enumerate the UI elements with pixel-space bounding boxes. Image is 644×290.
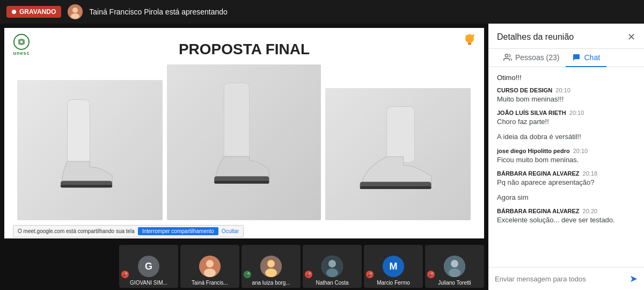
svg-rect-6 xyxy=(468,44,471,45)
video-thumb-juliano: 🎤 Juliano Toretti xyxy=(425,245,484,288)
chat-sender-0: CURSO DE DESIGN 20:10 xyxy=(497,87,635,93)
video-thumb-ana: 🎤 ana luiza borg... xyxy=(241,245,301,288)
svg-point-30 xyxy=(451,260,458,267)
chat-msg-4: BÁRBARA REGINA ALVAREZ 20:18 Pq não apar… xyxy=(497,170,635,187)
svg-point-21 xyxy=(206,260,214,267)
giovani-initial: G xyxy=(138,256,159,277)
recording-badge: GRAVANDO xyxy=(6,6,61,18)
boot-svg-left xyxy=(32,94,148,206)
tab-chat-label: Chat xyxy=(584,53,600,62)
chat-msg-6: BÁRBARA REGINA ALVAREZ 20:20 Excelente s… xyxy=(497,208,635,225)
svg-rect-14 xyxy=(224,83,250,162)
dismiss-button[interactable]: Ocultar xyxy=(222,228,239,234)
chat-msg-1: JOÃO LUÍS SILVA RIETH 20:10 Choro faz pa… xyxy=(497,110,635,127)
recording-dot xyxy=(12,10,16,14)
slide-lightbulb-icon xyxy=(464,33,475,49)
tab-chat[interactable]: Chat xyxy=(566,49,606,67)
nathan-avatar xyxy=(321,256,343,277)
video-row-2: 🎤 ana luiza borg... 🎤 Nathan Costa xyxy=(241,245,362,288)
chat-text-3: Ficou muito bom meninas. xyxy=(497,155,635,165)
chat-msg-3: jose diego Hipolitto pedro 20:10 Ficou m… xyxy=(497,148,635,165)
svg-rect-19 xyxy=(360,186,431,189)
chat-msg-5: Agora sim xyxy=(497,193,635,202)
chat-icon xyxy=(572,53,581,62)
slide-container: unesc PROPOSTA FINAL xyxy=(4,28,484,238)
chat-text-2: A ideia da dobra é versátil!! xyxy=(497,132,635,142)
chat-sender-1: JOÃO LUÍS SILVA RIETH 20:10 xyxy=(497,110,635,116)
unesc-logo-icon xyxy=(13,33,30,50)
chat-input[interactable] xyxy=(495,275,625,283)
chat-text-1: Choro faz parte!! xyxy=(497,117,635,127)
giovani-name: GIOVANI SIM... xyxy=(119,280,178,286)
video-thumb-nathan: 🎤 Nathan Costa xyxy=(303,245,362,288)
juliano-avatar xyxy=(444,256,465,277)
panel-tabs: Pessoas (23) Chat xyxy=(488,49,644,67)
video-row-1: G 🎤 GIOVANI SIM... Tainá Francis... xyxy=(119,245,239,288)
boot-image-center xyxy=(167,64,321,220)
boot-svg-right xyxy=(340,101,456,207)
tab-people[interactable]: Pessoas (23) xyxy=(497,49,566,67)
marcio-mic-icon: 🎤 xyxy=(366,271,374,278)
chat-input-area: ➤ xyxy=(488,267,644,290)
share-bar: O meet.google.com está compartilhando su… xyxy=(13,225,244,237)
svg-point-1 xyxy=(72,8,78,13)
chat-text-0: Muito bom meninas!!! xyxy=(497,95,635,104)
svg-point-27 xyxy=(328,260,336,267)
nathan-mic-icon: 🎤 xyxy=(305,271,312,278)
slide-logo: unesc xyxy=(13,33,30,56)
svg-point-32 xyxy=(505,54,508,57)
svg-line-9 xyxy=(466,35,467,36)
chat-sender-6: BÁRBARA REGINA ALVAREZ 20:20 xyxy=(497,208,635,214)
chat-msg-0: CURSO DE DESIGN 20:10 Muito bom meninas!… xyxy=(497,87,635,104)
svg-point-22 xyxy=(204,269,216,277)
chat-text-5: Agora sim xyxy=(497,193,635,202)
svg-point-24 xyxy=(267,260,275,267)
unesc-text: unesc xyxy=(13,50,30,56)
ana-mic-icon: 🎤 xyxy=(244,271,251,278)
top-bar: GRAVANDO Tainá Francisco Pirola está apr… xyxy=(0,0,644,24)
slide-images xyxy=(17,64,471,220)
svg-rect-16 xyxy=(215,181,269,184)
send-icon[interactable]: ➤ xyxy=(630,273,638,285)
presentation-area: unesc PROPOSTA FINAL xyxy=(0,24,488,290)
taina-avatar xyxy=(199,256,221,277)
presenter-avatar xyxy=(68,4,83,19)
video-row-3: M 🎤 Marcio Fermo 🎤 Juliano Toretti xyxy=(364,245,484,288)
svg-point-2 xyxy=(71,13,79,19)
svg-rect-17 xyxy=(387,107,415,163)
chat-text-6: Excelente solução... deve ser testado. xyxy=(497,215,635,225)
panel-title: Detalhes da reunião xyxy=(497,32,574,42)
chat-sender-3: jose diego Hipolitto pedro 20:10 xyxy=(497,148,635,154)
video-thumb-taina: Tainá Francis... xyxy=(180,245,239,288)
chat-text-4: Pq não aparece apresentação? xyxy=(497,178,635,187)
svg-point-25 xyxy=(265,269,277,277)
share-info-text: O meet.google.com está compartilhando su… xyxy=(18,228,135,234)
svg-point-31 xyxy=(449,269,460,277)
giovani-mic-icon: 🎤 xyxy=(121,271,129,278)
video-thumb-giovani: G 🎤 GIOVANI SIM... xyxy=(119,245,178,288)
svg-line-10 xyxy=(473,35,474,36)
boot-image-left xyxy=(17,80,163,220)
nathan-name: Nathan Costa xyxy=(303,280,362,286)
taina-name: Tainá Francis... xyxy=(180,280,239,286)
slide-inner: unesc PROPOSTA FINAL xyxy=(4,28,484,238)
video-thumbnails-row: G 🎤 GIOVANI SIM... Tainá Francis... xyxy=(0,243,488,290)
boot-svg-center xyxy=(182,80,305,205)
stop-sharing-button[interactable]: Interromper compartilhamento xyxy=(138,227,218,235)
juliano-name: Juliano Toretti xyxy=(425,280,484,286)
svg-rect-11 xyxy=(68,100,90,167)
right-panel: Detalhes da reunião ✕ Pessoas (23) Chat xyxy=(488,24,644,290)
main-content: unesc PROPOSTA FINAL xyxy=(0,24,644,290)
marcio-name: Marcio Fermo xyxy=(364,280,423,286)
recording-label: GRAVANDO xyxy=(19,8,56,16)
slide-title: PROPOSTA FINAL xyxy=(17,37,471,58)
chat-sender-4: BÁRBARA REGINA ALVAREZ 20:18 xyxy=(497,170,635,177)
svg-rect-13 xyxy=(61,185,112,187)
panel-header: Detalhes da reunião ✕ xyxy=(488,24,644,49)
chat-msg-2: A ideia da dobra é versátil!! xyxy=(497,132,635,142)
ana-avatar xyxy=(260,256,282,277)
tab-people-label: Pessoas (23) xyxy=(515,53,559,62)
juliano-mic-icon: 🎤 xyxy=(427,271,435,278)
simple-chat-msg: Otimo!!! xyxy=(497,74,635,82)
close-icon[interactable]: ✕ xyxy=(627,31,635,43)
